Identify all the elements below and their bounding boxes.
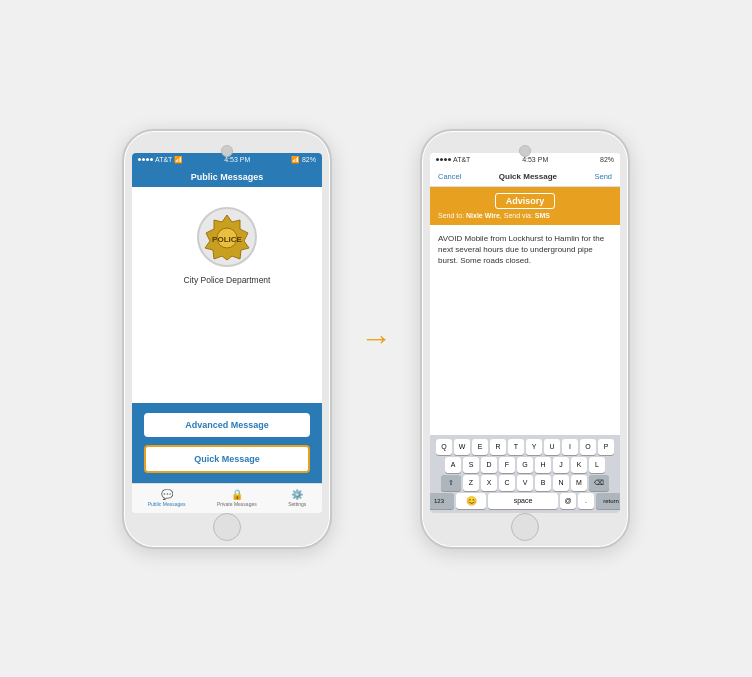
key-e[interactable]: E (472, 439, 488, 455)
key-l[interactable]: L (589, 457, 605, 473)
phone1-screen: AT&T 📶 4:53 PM 📶 82% Public Messages (132, 153, 322, 513)
numbers-key[interactable]: 123 (430, 493, 454, 509)
scene: AT&T 📶 4:53 PM 📶 82% Public Messages (102, 109, 650, 569)
key-a[interactable]: A (445, 457, 461, 473)
quick-message-title: Quick Message (499, 172, 557, 181)
key-f[interactable]: F (499, 457, 515, 473)
key-w[interactable]: W (454, 439, 470, 455)
dept-name: City Police Department (184, 275, 271, 285)
phone2-battery: 82% (600, 156, 614, 163)
key-j[interactable]: J (553, 457, 569, 473)
phone2-nav-bar: Cancel Quick Message Send (430, 167, 620, 187)
keyboard-row-1: Q W E R T Y U I O P (433, 439, 617, 455)
key-r[interactable]: R (490, 439, 506, 455)
phone1-status-left: AT&T 📶 (138, 156, 183, 164)
phone2: AT&T 4:53 PM 82% Cancel Quick Message Se… (420, 129, 630, 549)
advisory-label: Advisory (495, 193, 556, 209)
key-v[interactable]: V (517, 475, 533, 491)
tab-public-label: Public Messages (148, 501, 186, 507)
phone1-battery-area: 📶 82% (291, 156, 316, 164)
phone2-battery-area: 82% (600, 156, 614, 163)
phone1: AT&T 📶 4:53 PM 📶 82% Public Messages (122, 129, 332, 549)
badge-area: POLICE City Police Department (132, 187, 322, 403)
key-n[interactable]: N (553, 475, 569, 491)
period-key[interactable]: . (578, 493, 594, 509)
advanced-message-button[interactable]: Advanced Message (144, 413, 310, 437)
send-button[interactable]: Send (594, 172, 612, 181)
advisory-banner: Advisory Send to: Nixle Wire, Send via: … (430, 187, 620, 225)
phone1-tab-bar: 💬 Public Messages 🔒 Private Messages ⚙️ … (132, 483, 322, 513)
key-m[interactable]: M (571, 475, 587, 491)
phone1-battery: 82% (302, 156, 316, 163)
at-key[interactable]: @ (560, 493, 576, 509)
settings-icon: ⚙️ (291, 489, 303, 500)
phone1-body: POLICE City Police Department Advanced M… (132, 187, 322, 483)
emoji-key[interactable]: 😊 (456, 493, 486, 509)
key-i[interactable]: I (562, 439, 578, 455)
phone2-time: 4:53 PM (522, 156, 548, 163)
phone2-wrapper: AT&T 4:53 PM 82% Cancel Quick Message Se… (420, 129, 630, 549)
key-u[interactable]: U (544, 439, 560, 455)
key-z[interactable]: Z (463, 475, 479, 491)
key-s[interactable]: S (463, 457, 479, 473)
police-badge: POLICE (197, 207, 257, 267)
key-c[interactable]: C (499, 475, 515, 491)
key-t[interactable]: T (508, 439, 524, 455)
message-text: AVOID Mobile from Lockhurst to Hamlin fo… (438, 234, 604, 265)
phone1-signal (138, 158, 153, 161)
tab-private-label: Private Messages (217, 501, 257, 507)
key-b[interactable]: B (535, 475, 551, 491)
phone2-screen: AT&T 4:53 PM 82% Cancel Quick Message Se… (430, 153, 620, 513)
space-key[interactable]: space (488, 493, 558, 509)
key-o[interactable]: O (580, 439, 596, 455)
phone1-carrier: AT&T (155, 156, 172, 163)
keyboard-row-2: A S D F G H J K L (433, 457, 617, 473)
phone2-status-left: AT&T (436, 156, 470, 163)
phone1-time: 4:53 PM (224, 156, 250, 163)
private-messages-icon: 🔒 (231, 489, 243, 500)
send-via: SMS (535, 212, 550, 219)
send-to-wire: Nixle Wire (466, 212, 500, 219)
phone2-status-bar: AT&T 4:53 PM 82% (430, 153, 620, 167)
keyboard-bottom-row: 123 😊 space @ . return (433, 493, 617, 509)
keyboard-row-3: ⇧ Z X C V B N M ⌫ (433, 475, 617, 491)
key-q[interactable]: Q (436, 439, 452, 455)
keyboard[interactable]: Q W E R T Y U I O P A S D (430, 435, 620, 513)
cancel-button[interactable]: Cancel (438, 172, 461, 181)
quick-message-button[interactable]: Quick Message (144, 445, 310, 473)
message-body[interactable]: AVOID Mobile from Lockhurst to Hamlin fo… (430, 225, 620, 435)
tab-public-messages[interactable]: 💬 Public Messages (148, 489, 186, 507)
phone2-home-button[interactable] (511, 513, 539, 541)
delete-key[interactable]: ⌫ (589, 475, 609, 491)
phone1-status-bar: AT&T 📶 4:53 PM 📶 82% (132, 153, 322, 167)
phone1-home-button[interactable] (213, 513, 241, 541)
tab-settings-label: Settings (288, 501, 306, 507)
public-messages-icon: 💬 (161, 489, 173, 500)
phone1-wrapper: AT&T 📶 4:53 PM 📶 82% Public Messages (122, 129, 332, 549)
key-x[interactable]: X (481, 475, 497, 491)
key-d[interactable]: D (481, 457, 497, 473)
key-g[interactable]: G (517, 457, 533, 473)
key-p[interactable]: P (598, 439, 614, 455)
phone1-nav-bar: Public Messages (132, 167, 322, 187)
button-area: Advanced Message Quick Message (132, 403, 322, 483)
svg-text:POLICE: POLICE (212, 235, 242, 244)
send-to-line: Send to: Nixle Wire, Send via: SMS (438, 212, 612, 219)
phone1-nav-title: Public Messages (191, 172, 264, 182)
phone1-wifi-icon: 📶 (174, 156, 183, 164)
badge-svg: POLICE (202, 212, 252, 262)
phone1-bluetooth-icon: 📶 (291, 156, 300, 163)
tab-private-messages[interactable]: 🔒 Private Messages (217, 489, 257, 507)
shift-key[interactable]: ⇧ (441, 475, 461, 491)
phone2-signal (436, 158, 451, 161)
tab-settings[interactable]: ⚙️ Settings (288, 489, 306, 507)
arrow-indicator: → (360, 320, 392, 357)
key-h[interactable]: H (535, 457, 551, 473)
return-key[interactable]: return (596, 493, 620, 509)
key-y[interactable]: Y (526, 439, 542, 455)
phone2-carrier: AT&T (453, 156, 470, 163)
key-k[interactable]: K (571, 457, 587, 473)
